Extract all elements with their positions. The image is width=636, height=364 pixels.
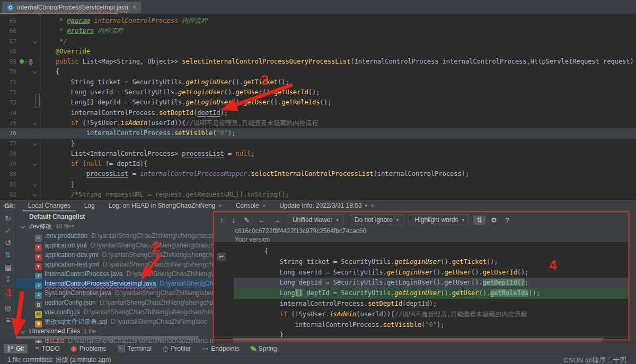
tool-window-button-spring[interactable]: Spring [247,344,281,353]
group-by-icon[interactable]: ∷ [0,291,16,300]
diff-line-old[interactable]: Long deptId = SecurityUtils.getLoginUser… [234,278,629,288]
fold-chevron-icon[interactable] [33,69,37,74]
diff-line[interactable]: internalControlProcess.setDeptId(deptId)… [234,299,629,309]
code-editor[interactable]: 65 * @param internalControlProcess 内控流程6… [0,14,636,199]
tab-close-icon[interactable]: × [132,4,136,11]
editor-line-78[interactable]: 78 List<InternalControlProcess> processL… [0,149,636,159]
shelve-icon[interactable]: ⇅ [0,251,16,259]
chevron-down-icon[interactable] [21,329,25,333]
file-row-ueditorConfig.json[interactable]: {}ueditorConfig.jsonD:\yantai\ShengChaoZ… [16,298,214,307]
editor-line-79[interactable]: 79 if (null != deptId){ [0,159,636,169]
diff-line[interactable]: { [234,246,629,257]
git-tab-console[interactable]: Console× [231,200,271,211]
tab-close-icon[interactable]: × [262,202,266,209]
commit-check-icon[interactable]: ✓ [0,226,16,235]
code-token [40,160,71,167]
tool-window-button-git[interactable]: Git [4,344,28,353]
editor-line-68[interactable]: 68 @Override [0,47,636,57]
tree-horizontal-scrollbar[interactable] [16,336,199,339]
unshelve-icon[interactable]: ↧ [0,275,16,283]
fold-chevron-icon[interactable] [33,182,37,187]
changes-tree[interactable]: Default Changelistdev修改10 files≡.env.pro… [16,212,214,343]
line-number: 73 [0,97,16,108]
tool-window-button-endpoints[interactable]: ⊶Endpoints [198,344,243,353]
fold-chevron-icon[interactable] [33,39,37,43]
fold-chevron-icon[interactable] [33,121,37,125]
help-icon[interactable]: ? [502,216,513,225]
file-row-InternalControlProcessServiceImpl.java[interactable]: JInternalControlProcessServiceImpl.javaD… [16,279,214,288]
diff-line-new[interactable]: Long[] deptId = SecurityUtils.getLoginUs… [234,288,629,299]
file-row-.env.production[interactable]: ≡.env.productionD:\yantai\ShengChaoZhiNe… [16,231,214,241]
code-token: Long userId = SecurityUtils. [234,269,387,276]
file-row-vue.config.js[interactable]: JSvue.config.jsD:\yantai\ShengChaoZhiNen… [16,307,214,317]
file-row-application-dev.yml[interactable]: Yapplication-dev.ymlD:\yantai\ShengChaoZ… [16,250,214,260]
git-tab-update-info-2022-3-31-18-53[interactable]: Update Info: 2022/3/31 18:53▾× [274,200,379,211]
revert-change-icon[interactable]: ↩ [217,253,226,261]
editor-line-81[interactable]: 81 } [0,180,636,190]
editor-line-65[interactable]: 65 * @param internalControlProcess 内控流程 [0,16,636,26]
show-diff-icon[interactable]: ▤ [0,263,16,271]
file-row-application-test.yml[interactable]: Yapplication-test.ymlD:\yantai\ShengChao… [16,260,214,269]
code-token: [] [295,289,303,297]
tool-window-button-problems[interactable]: !Problems [67,344,110,353]
file-row-InternalControlProcess.java[interactable]: JInternalControlProcess.javaD:\yantai\Sh… [16,269,214,279]
code-token: 内控流程 [178,17,207,24]
next-file-icon[interactable]: → [270,216,284,225]
editor-line-73[interactable]: 73 Long[] deptId = SecurityUtils.getLogi… [0,97,636,108]
editor-line-80[interactable]: 80 processList = internalControlProcessM… [0,169,636,179]
editor-line-69[interactable]: 69↑@ public List<Map<String, Object>> se… [0,57,636,67]
diff-line[interactable]: if (!SysUser.isAdmin(userId)){//说明不是管理员,… [234,309,629,320]
editor-tab[interactable]: C InternalControlProcessServiceImpl.java… [2,2,141,13]
refresh-icon[interactable]: ↻ [0,214,16,223]
editor-line-72[interactable]: 72 Long userId = SecurityUtils.getLoginU… [0,87,636,97]
editor-line-67[interactable]: 67 */ [0,37,636,47]
group-row-dev[interactable]: dev修改10 files [16,221,214,231]
file-row-SysLoginController.java[interactable]: JSysLoginController.javaD:\yantai\ShengC… [16,288,214,298]
dropdown-arrow-icon[interactable]: ▾ [365,203,368,208]
diff-horizontal-scrollbar[interactable] [233,338,604,341]
edit-icon[interactable]: ✎ [241,216,253,225]
editor-line-76[interactable]: 76 internalControlProcess.setVisible("0"… [0,128,636,138]
editor-line-70[interactable]: 70 { [0,67,636,77]
file-row-application.yml[interactable]: Yapplication.ymlD:\yantai\ShengChaoZhiNe… [16,241,214,250]
git-tab-log-on-head-in-shengchaozhinen[interactable]: Log: on HEAD in ShengChaoZhiNeng× [103,200,227,211]
prev-change-icon[interactable]: ↑ [217,216,227,225]
editor-line-77[interactable]: 77 } [0,139,636,149]
diff-line[interactable]: Long userId = SecurityUtils.getLoginUser… [234,268,629,278]
diff-code-area[interactable]: { String ticket = SecurityUtils.getLogin… [214,242,629,336]
prev-file-icon[interactable]: ← [255,216,268,225]
tab-close-icon[interactable]: × [370,202,374,209]
chevron-down-icon[interactable] [21,224,25,228]
editor-line-71[interactable]: 71 String ticket = SecurityUtils.getLogi… [0,77,636,87]
diff-line[interactable]: String ticket = SecurityUtils.getLoginUs… [234,257,629,268]
editor-line-75[interactable]: 75 if (!SysUser.isAdmin(userId)){//说明不是管… [0,118,636,128]
git-tab-local-changes[interactable]: Local Changes [23,200,76,211]
code-text: * @return 内控流程 [40,26,123,36]
git-tab-log[interactable]: Log [79,200,100,211]
fold-chevron-icon[interactable] [33,192,37,197]
fold-chevron-icon[interactable] [33,162,37,166]
preview-icon[interactable]: ◎ [0,304,16,312]
editor-line-74[interactable]: 74 internalControlProcess.setDeptId(dept… [0,108,636,118]
diff-dropdown-unified-viewer[interactable]: Unified viewer▾ [288,215,343,225]
editor-line-66[interactable]: 66 * @return 内控流程 [0,26,636,36]
editor-line-82[interactable]: 82 /*String requestURL = request.getRequ… [0,190,636,200]
settings-gear-icon[interactable]: ⚙ [488,216,500,225]
unversioned-files-header[interactable]: Unversioned Files1 file [16,326,214,336]
tab-close-icon[interactable]: × [218,202,222,209]
tool-window-button-profiler[interactable]: ◷Profiler [159,344,195,353]
diff-dropdown-highlight-words[interactable]: Highlight words▾ [410,215,469,225]
changelist-header[interactable]: Default Changelist [16,212,214,221]
line-number: 69 [0,57,16,67]
rollback-icon[interactable]: ↺ [0,238,16,247]
file-row--sql-.sql[interactable]: S更改sql文件记录表.sqlD:\yantai\ShengChaoZhiNen… [16,317,214,326]
override-marker-icon[interactable] [20,59,24,64]
next-change-icon[interactable]: ↓ [229,216,239,225]
diff-dropdown-do-not-ignore[interactable]: Do not ignore▾ [350,215,404,225]
tool-window-button-todo[interactable]: ≡TODO [31,344,63,353]
tool-window-button-terminal[interactable]: >_Terminal [114,344,155,353]
expand-all-icon[interactable]: ≡ [0,316,16,324]
fold-chevron-icon[interactable] [33,141,37,145]
diff-line[interactable]: internalControlProcess.setVisible("0"); [234,320,629,331]
collapse-unchanged-icon[interactable]: ⇅ [473,216,485,225]
